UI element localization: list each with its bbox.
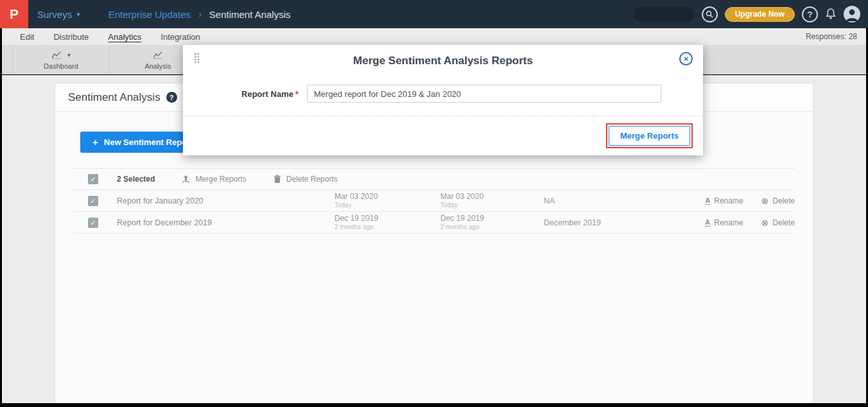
date-relative: 2 months ago	[440, 223, 544, 231]
rename-icon: A	[705, 218, 710, 227]
upgrade-now-button[interactable]: Upgrade Now	[725, 7, 795, 22]
delete-action-label: Delete Reports	[286, 175, 338, 184]
selected-count: 2 Selected	[117, 175, 155, 184]
rename-label: Rename	[714, 218, 743, 227]
topbar-actions: Upgrade Now ?	[633, 6, 868, 22]
table-row: ✓ Report for December 2019 Dec 19 2019 2…	[73, 212, 795, 234]
search-icon[interactable]	[702, 6, 718, 22]
report-name-label: Report Name*	[196, 89, 299, 99]
report-name-label-text: Report Name	[241, 89, 293, 99]
row-actions: A Rename ⊗ Delete	[705, 218, 795, 227]
date-relative: Today	[440, 202, 544, 209]
bulk-actions-bar: ✓ 2 Selected Merge Reports Delete Report…	[73, 168, 795, 190]
merge-icon	[182, 175, 190, 184]
period-cell: NA	[544, 196, 704, 205]
modified-date-cell: Dec 19 2019 2 months ago	[440, 214, 544, 230]
drag-handle-icon[interactable]: ⣿	[193, 52, 200, 64]
page-title: Sentiment Analysis	[68, 91, 161, 104]
modified-date-cell: Mar 03 2020 Today	[440, 193, 544, 209]
merge-reports-button[interactable]: Merge Reports	[609, 126, 690, 146]
help-glyph: ?	[808, 10, 813, 19]
row-checkbox[interactable]: ✓	[88, 196, 98, 206]
modal-body: Report Name*	[183, 73, 703, 116]
breadcrumb-survey-name[interactable]: Enterprise Updates	[108, 9, 191, 20]
topbar: P Surveys ▾ Enterprise Updates › Sentime…	[0, 0, 868, 28]
product-label: Surveys	[37, 9, 72, 20]
required-asterisk: *	[295, 89, 299, 99]
created-date-cell: Dec 19 2019 2 months ago	[334, 214, 440, 230]
merge-reports-modal: ⣿ Merge Sentiment Analysis Reports × Rep…	[183, 45, 703, 155]
rename-label: Rename	[714, 196, 743, 205]
toolbar-tab-label: Analysis	[145, 62, 171, 70]
date-relative: Today	[334, 202, 440, 209]
line-chart-icon	[153, 51, 163, 59]
product-switcher[interactable]: Surveys ▾	[37, 9, 80, 20]
select-all-checkbox[interactable]: ✓	[88, 174, 98, 184]
report-name-link[interactable]: Report for January 2020	[117, 196, 334, 205]
table-row: ✓ Report for January 2020 Mar 03 2020 To…	[73, 190, 795, 212]
date-value: Dec 19 2019	[334, 214, 440, 223]
search-input[interactable]	[633, 6, 695, 22]
delete-label: Delete	[772, 196, 795, 205]
modal-title: Merge Sentiment Analysis Reports	[353, 55, 533, 67]
rename-action[interactable]: A Rename	[705, 196, 743, 205]
delete-circle-icon: ⊗	[761, 196, 769, 205]
logo-letter: P	[10, 6, 19, 22]
merge-reports-action[interactable]: Merge Reports	[182, 175, 246, 184]
date-value: Mar 03 2020	[440, 193, 544, 202]
user-avatar[interactable]	[844, 6, 860, 22]
period-cell: December 2019	[544, 218, 704, 227]
delete-action[interactable]: ⊗ Delete	[761, 218, 795, 227]
check-icon: ✓	[90, 175, 96, 183]
responses-count: Responses: 28	[806, 32, 857, 41]
modal-footer: Merge Reports	[183, 116, 703, 155]
subnav-item-edit[interactable]: Edit	[10, 32, 44, 42]
close-glyph: ×	[684, 54, 689, 64]
breadcrumb-separator-icon: ›	[198, 9, 202, 19]
toolbar-tab-dashboard[interactable]: ▾ Dashboard	[12, 46, 110, 74]
survey-subnav: Edit Distribute Analytics Integration Re…	[2, 28, 866, 46]
rename-icon: A	[705, 196, 710, 205]
check-icon: ✓	[90, 219, 96, 227]
delete-label: Delete	[772, 218, 795, 227]
report-name-link[interactable]: Report for December 2019	[117, 218, 334, 227]
breadcrumb: Enterprise Updates › Sentiment Analysis	[108, 9, 291, 20]
row-actions: A Rename ⊗ Delete	[705, 196, 795, 205]
date-value: Mar 03 2020	[334, 193, 440, 202]
help-glyph: ?	[169, 94, 174, 101]
delete-action[interactable]: ⊗ Delete	[761, 196, 795, 205]
app-window: P Surveys ▾ Enterprise Updates › Sentime…	[0, 0, 868, 407]
delete-circle-icon: ⊗	[761, 218, 769, 227]
trash-icon	[273, 175, 281, 184]
modal-header: ⣿ Merge Sentiment Analysis Reports ×	[183, 45, 703, 73]
notifications-bell-icon[interactable]	[825, 8, 837, 21]
subnav-item-integration[interactable]: Integration	[151, 32, 209, 42]
new-report-label: New Sentiment Report	[104, 137, 193, 147]
chevron-down-icon: ▾	[76, 10, 80, 19]
close-icon[interactable]: ×	[679, 52, 693, 65]
annotation-highlight: Merge Reports	[606, 123, 693, 148]
delete-reports-action[interactable]: Delete Reports	[273, 175, 338, 184]
upgrade-label: Upgrade Now	[735, 10, 785, 19]
plus-icon: +	[92, 137, 98, 148]
line-chart-icon	[51, 51, 62, 59]
questionpro-logo[interactable]: P	[0, 0, 28, 28]
page-help-icon[interactable]: ?	[166, 92, 177, 103]
subnav-item-analytics[interactable]: Analytics	[98, 32, 151, 42]
created-date-cell: Mar 03 2020 Today	[334, 193, 440, 209]
breadcrumb-current-page: Sentiment Analysis	[209, 9, 291, 20]
chevron-down-icon[interactable]: ▾	[67, 51, 71, 58]
merge-action-label: Merge Reports	[195, 175, 246, 184]
date-relative: 2 months ago	[334, 223, 440, 231]
date-value: Dec 19 2019	[440, 214, 544, 223]
report-name-input[interactable]	[307, 85, 661, 103]
row-checkbox[interactable]: ✓	[88, 218, 98, 228]
rename-action[interactable]: A Rename	[705, 218, 743, 227]
check-icon: ✓	[90, 197, 96, 205]
help-icon[interactable]: ?	[802, 6, 818, 22]
toolbar-tab-label: Dashboard	[44, 62, 78, 70]
subnav-item-distribute[interactable]: Distribute	[44, 32, 98, 42]
